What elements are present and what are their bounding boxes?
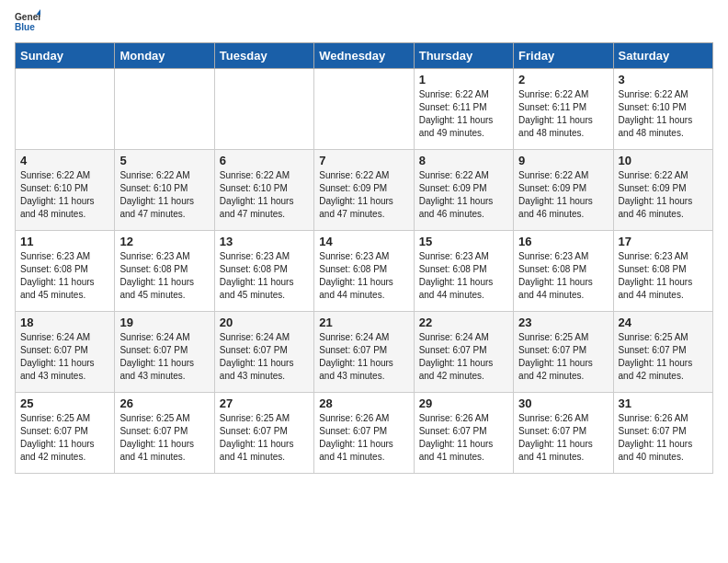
cell-info: Sunrise: 6:22 AM Sunset: 6:10 PM Dayligh… bbox=[119, 169, 209, 221]
calendar-cell: 27Sunrise: 6:25 AM Sunset: 6:07 PM Dayli… bbox=[214, 393, 313, 474]
calendar-cell: 13Sunrise: 6:23 AM Sunset: 6:08 PM Dayli… bbox=[214, 231, 313, 312]
cell-info: Sunrise: 6:24 AM Sunset: 6:07 PM Dayligh… bbox=[419, 331, 508, 383]
cell-info: Sunrise: 6:24 AM Sunset: 6:07 PM Dayligh… bbox=[20, 331, 109, 383]
day-number: 16 bbox=[518, 235, 608, 248]
calendar-cell: 17Sunrise: 6:23 AM Sunset: 6:08 PM Dayli… bbox=[613, 231, 712, 312]
weekday-header-monday: Monday bbox=[115, 43, 214, 69]
calendar-cell: 15Sunrise: 6:23 AM Sunset: 6:08 PM Dayli… bbox=[414, 231, 513, 312]
day-number: 19 bbox=[119, 316, 209, 329]
cell-info: Sunrise: 6:22 AM Sunset: 6:11 PM Dayligh… bbox=[518, 88, 608, 140]
cell-info: Sunrise: 6:23 AM Sunset: 6:08 PM Dayligh… bbox=[419, 250, 508, 302]
cell-info: Sunrise: 6:24 AM Sunset: 6:07 PM Dayligh… bbox=[119, 331, 209, 383]
logo: General Blue bbox=[15, 9, 40, 35]
day-number: 18 bbox=[20, 316, 109, 329]
calendar-cell: 24Sunrise: 6:25 AM Sunset: 6:07 PM Dayli… bbox=[613, 312, 712, 393]
calendar-cell: 30Sunrise: 6:26 AM Sunset: 6:07 PM Dayli… bbox=[514, 393, 613, 474]
weekday-header-friday: Friday bbox=[514, 43, 613, 69]
cell-info: Sunrise: 6:22 AM Sunset: 6:10 PM Dayligh… bbox=[220, 169, 309, 221]
calendar-cell: 25Sunrise: 6:25 AM Sunset: 6:07 PM Dayli… bbox=[16, 393, 115, 474]
day-number: 7 bbox=[319, 154, 408, 167]
calendar-cell bbox=[16, 69, 115, 150]
cell-info: Sunrise: 6:25 AM Sunset: 6:07 PM Dayligh… bbox=[619, 331, 708, 383]
calendar-page: General Blue SundayMondayTuesdayWednesda… bbox=[0, 0, 728, 488]
calendar-cell: 2Sunrise: 6:22 AM Sunset: 6:11 PM Daylig… bbox=[514, 69, 613, 150]
calendar-cell: 14Sunrise: 6:23 AM Sunset: 6:08 PM Dayli… bbox=[314, 231, 414, 312]
cell-info: Sunrise: 6:23 AM Sunset: 6:08 PM Dayligh… bbox=[619, 250, 708, 302]
calendar-cell: 18Sunrise: 6:24 AM Sunset: 6:07 PM Dayli… bbox=[16, 312, 115, 393]
calendar-cell: 1Sunrise: 6:22 AM Sunset: 6:11 PM Daylig… bbox=[414, 69, 513, 150]
calendar-cell: 6Sunrise: 6:22 AM Sunset: 6:10 PM Daylig… bbox=[214, 150, 313, 231]
cell-info: Sunrise: 6:26 AM Sunset: 6:07 PM Dayligh… bbox=[619, 412, 708, 464]
cell-info: Sunrise: 6:24 AM Sunset: 6:07 PM Dayligh… bbox=[220, 331, 309, 383]
day-number: 20 bbox=[220, 316, 309, 329]
calendar-cell bbox=[314, 69, 414, 150]
cell-info: Sunrise: 6:24 AM Sunset: 6:07 PM Dayligh… bbox=[319, 331, 408, 383]
cell-info: Sunrise: 6:26 AM Sunset: 6:07 PM Dayligh… bbox=[518, 412, 608, 464]
day-number: 23 bbox=[518, 316, 608, 329]
day-number: 22 bbox=[419, 316, 508, 329]
cell-info: Sunrise: 6:22 AM Sunset: 6:10 PM Dayligh… bbox=[20, 169, 109, 221]
calendar-cell: 3Sunrise: 6:22 AM Sunset: 6:10 PM Daylig… bbox=[613, 69, 712, 150]
calendar-cell: 10Sunrise: 6:22 AM Sunset: 6:09 PM Dayli… bbox=[613, 150, 712, 231]
weekday-header-sunday: Sunday bbox=[16, 43, 115, 69]
weekday-header-saturday: Saturday bbox=[613, 43, 712, 69]
calendar-cell: 22Sunrise: 6:24 AM Sunset: 6:07 PM Dayli… bbox=[414, 312, 513, 393]
calendar-cell: 8Sunrise: 6:22 AM Sunset: 6:09 PM Daylig… bbox=[414, 150, 513, 231]
logo-icon: General Blue bbox=[15, 9, 40, 35]
cell-info: Sunrise: 6:22 AM Sunset: 6:11 PM Dayligh… bbox=[419, 88, 508, 140]
day-number: 30 bbox=[518, 396, 608, 410]
day-number: 9 bbox=[518, 154, 608, 167]
day-number: 17 bbox=[619, 235, 708, 248]
day-number: 8 bbox=[419, 154, 508, 167]
cell-info: Sunrise: 6:25 AM Sunset: 6:07 PM Dayligh… bbox=[518, 331, 608, 383]
day-number: 25 bbox=[20, 396, 109, 410]
weekday-header-wednesday: Wednesday bbox=[314, 43, 414, 69]
weekday-header-thursday: Thursday bbox=[414, 43, 513, 69]
day-number: 27 bbox=[220, 396, 309, 410]
day-number: 26 bbox=[119, 396, 209, 410]
svg-text:General: General bbox=[15, 12, 40, 22]
calendar-cell: 9Sunrise: 6:22 AM Sunset: 6:09 PM Daylig… bbox=[514, 150, 613, 231]
weekday-header-tuesday: Tuesday bbox=[214, 43, 313, 69]
calendar-cell: 12Sunrise: 6:23 AM Sunset: 6:08 PM Dayli… bbox=[115, 231, 214, 312]
calendar-cell: 21Sunrise: 6:24 AM Sunset: 6:07 PM Dayli… bbox=[314, 312, 414, 393]
calendar-cell bbox=[214, 69, 313, 150]
cell-info: Sunrise: 6:26 AM Sunset: 6:07 PM Dayligh… bbox=[319, 412, 408, 464]
calendar-cell: 16Sunrise: 6:23 AM Sunset: 6:08 PM Dayli… bbox=[514, 231, 613, 312]
calendar-cell: 20Sunrise: 6:24 AM Sunset: 6:07 PM Dayli… bbox=[214, 312, 313, 393]
calendar-cell bbox=[115, 69, 214, 150]
calendar-cell: 31Sunrise: 6:26 AM Sunset: 6:07 PM Dayli… bbox=[613, 393, 712, 474]
day-number: 10 bbox=[619, 154, 708, 167]
day-number: 14 bbox=[319, 235, 408, 248]
day-number: 5 bbox=[119, 154, 209, 167]
calendar-cell: 4Sunrise: 6:22 AM Sunset: 6:10 PM Daylig… bbox=[16, 150, 115, 231]
calendar-cell: 5Sunrise: 6:22 AM Sunset: 6:10 PM Daylig… bbox=[115, 150, 214, 231]
day-number: 21 bbox=[319, 316, 408, 329]
cell-info: Sunrise: 6:26 AM Sunset: 6:07 PM Dayligh… bbox=[419, 412, 508, 464]
calendar-cell: 19Sunrise: 6:24 AM Sunset: 6:07 PM Dayli… bbox=[115, 312, 214, 393]
calendar-cell: 23Sunrise: 6:25 AM Sunset: 6:07 PM Dayli… bbox=[514, 312, 613, 393]
cell-info: Sunrise: 6:22 AM Sunset: 6:09 PM Dayligh… bbox=[419, 169, 508, 221]
cell-info: Sunrise: 6:23 AM Sunset: 6:08 PM Dayligh… bbox=[518, 250, 608, 302]
day-number: 3 bbox=[619, 73, 708, 86]
day-number: 15 bbox=[419, 235, 508, 248]
day-number: 28 bbox=[319, 396, 408, 410]
calendar-cell: 29Sunrise: 6:26 AM Sunset: 6:07 PM Dayli… bbox=[414, 393, 513, 474]
calendar-table: SundayMondayTuesdayWednesdayThursdayFrid… bbox=[15, 42, 713, 474]
cell-info: Sunrise: 6:22 AM Sunset: 6:10 PM Dayligh… bbox=[619, 88, 708, 140]
cell-info: Sunrise: 6:22 AM Sunset: 6:09 PM Dayligh… bbox=[319, 169, 408, 221]
calendar-cell: 7Sunrise: 6:22 AM Sunset: 6:09 PM Daylig… bbox=[314, 150, 414, 231]
cell-info: Sunrise: 6:23 AM Sunset: 6:08 PM Dayligh… bbox=[319, 250, 408, 302]
svg-text:Blue: Blue bbox=[15, 22, 35, 32]
day-number: 29 bbox=[419, 396, 508, 410]
day-number: 31 bbox=[619, 396, 708, 410]
day-number: 12 bbox=[119, 235, 209, 248]
day-number: 6 bbox=[220, 154, 309, 167]
cell-info: Sunrise: 6:25 AM Sunset: 6:07 PM Dayligh… bbox=[119, 412, 209, 464]
cell-info: Sunrise: 6:23 AM Sunset: 6:08 PM Dayligh… bbox=[220, 250, 309, 302]
day-number: 11 bbox=[20, 235, 109, 248]
cell-info: Sunrise: 6:25 AM Sunset: 6:07 PM Dayligh… bbox=[20, 412, 109, 464]
day-number: 4 bbox=[20, 154, 109, 167]
day-number: 13 bbox=[220, 235, 309, 248]
day-number: 24 bbox=[619, 316, 708, 329]
